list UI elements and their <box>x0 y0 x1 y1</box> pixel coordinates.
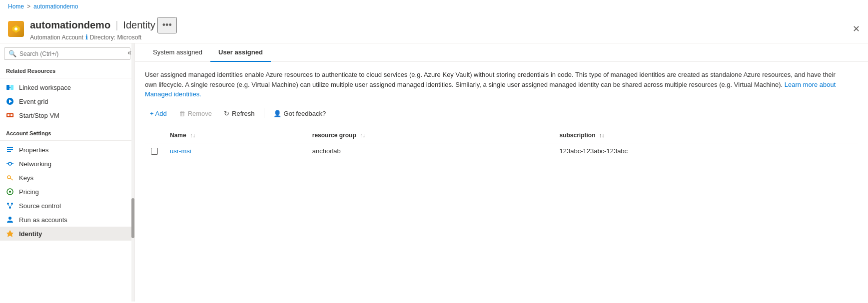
sidebar-section-account-settings: Account Settings Properties Networking K… <box>0 126 134 241</box>
feedback-icon: 👤 <box>273 110 281 117</box>
search-icon: 🔍 <box>8 50 16 57</box>
svg-point-20 <box>7 203 9 205</box>
svg-point-19 <box>9 191 11 193</box>
svg-point-16 <box>7 176 10 179</box>
svg-rect-11 <box>7 149 13 150</box>
sidebar-item-properties[interactable]: Properties <box>0 143 134 157</box>
resource-name: automationdemo <box>30 19 110 31</box>
search-input[interactable] <box>19 50 126 57</box>
sidebar-item-event-grid[interactable]: Event grid <box>0 94 134 108</box>
feedback-button[interactable]: 👤 Got feedback? <box>268 107 331 120</box>
col-name[interactable]: Name ↑↓ <box>164 128 306 143</box>
pricing-icon <box>6 188 14 196</box>
svg-point-22 <box>9 207 11 209</box>
resource-icon <box>8 21 24 37</box>
row-sub-cell: 123abc-123abc-123abc <box>553 143 858 159</box>
sidebar-item-run-as-accounts[interactable]: Run as accounts <box>0 213 134 227</box>
svg-point-1 <box>14 27 17 30</box>
start-stop-vm-icon <box>6 111 14 119</box>
resource-type: Automation Account <box>30 34 83 41</box>
info-icon: ℹ <box>85 33 88 41</box>
svg-point-21 <box>11 203 13 205</box>
sidebar-scrollbar-thumb <box>131 198 134 238</box>
header-title-group: automationdemo | Identity ••• Automation… <box>30 17 177 41</box>
pricing-label: Pricing <box>19 188 39 196</box>
sidebar-item-pricing[interactable]: Pricing <box>0 185 134 199</box>
add-button[interactable]: + Add <box>145 107 172 120</box>
svg-point-13 <box>8 162 11 165</box>
sidebar-search-container: 🔍 <box>4 47 130 60</box>
toolbar-divider <box>264 108 264 118</box>
linked-workspace-label: Linked workspace <box>19 84 71 91</box>
tab-user-assigned[interactable]: User assigned <box>210 43 271 62</box>
sidebar-item-networking[interactable]: Networking <box>0 157 134 171</box>
svg-rect-8 <box>7 114 9 116</box>
svg-rect-12 <box>7 151 11 152</box>
header-subtitle: Automation Account ℹ Directory: Microsof… <box>30 33 177 41</box>
linked-workspace-icon <box>6 83 14 91</box>
event-grid-label: Event grid <box>19 98 48 105</box>
col-checkbox <box>145 128 164 143</box>
col-subscription[interactable]: subscription ↑↓ <box>553 128 858 143</box>
sidebar-scrollbar <box>131 43 134 302</box>
row-checkbox-cell[interactable] <box>145 143 164 159</box>
row-checkbox[interactable] <box>151 148 158 155</box>
source-control-label: Source control <box>19 202 61 210</box>
remove-button[interactable]: 🗑 Remove <box>174 107 217 120</box>
sidebar-item-linked-workspace[interactable]: Linked workspace <box>0 80 134 94</box>
collapse-button[interactable]: « <box>127 48 131 56</box>
breadcrumb-separator: > <box>27 3 30 10</box>
more-options-button[interactable]: ••• <box>157 17 177 33</box>
table-row: usr-msi anchorlab 123abc-123abc-123abc <box>145 143 858 159</box>
col-resource-group[interactable]: resource group ↑↓ <box>306 128 554 143</box>
run-as-accounts-icon <box>6 216 14 224</box>
close-button[interactable]: ✕ <box>853 23 860 34</box>
svg-rect-3 <box>10 85 13 90</box>
related-resources-title: Related Resources <box>0 64 134 76</box>
page-header: automationdemo | Identity ••• Automation… <box>0 13 868 43</box>
sidebar-item-keys[interactable]: Keys <box>0 171 134 185</box>
identity-label: Identity <box>19 230 42 238</box>
svg-rect-2 <box>6 85 9 90</box>
source-control-icon <box>6 202 14 210</box>
sidebar-item-start-stop-vm[interactable]: Start/Stop VM <box>0 108 134 122</box>
toolbar: + Add 🗑 Remove ↻ Refresh 👤 Got feedback? <box>145 107 858 120</box>
svg-line-17 <box>10 178 13 180</box>
breadcrumb: Home > automationdemo <box>0 0 868 13</box>
svg-line-23 <box>8 205 10 207</box>
sidebar-item-identity[interactable]: Identity <box>0 227 134 241</box>
content-body: User assigned managed identities enable … <box>135 62 868 167</box>
properties-icon <box>6 146 14 154</box>
tab-system-assigned[interactable]: System assigned <box>145 43 210 62</box>
svg-marker-26 <box>6 230 13 237</box>
networking-icon <box>6 160 14 168</box>
event-grid-icon <box>6 97 14 105</box>
page-title: Identity <box>123 19 155 31</box>
row-name-cell: usr-msi <box>164 143 306 159</box>
start-stop-vm-label: Start/Stop VM <box>19 112 59 119</box>
refresh-icon: ↻ <box>224 110 229 117</box>
breadcrumb-current[interactable]: automationdemo <box>33 3 78 10</box>
sidebar-section-related-resources: Related Resources Linked workspace Event… <box>0 64 134 122</box>
identity-link[interactable]: usr-msi <box>170 147 191 155</box>
rg-sort-icon: ↑↓ <box>360 132 365 138</box>
svg-rect-10 <box>7 147 13 148</box>
networking-label: Networking <box>19 160 51 168</box>
table-header-row: Name ↑↓ resource group ↑↓ subscription ↑… <box>145 128 858 143</box>
name-sort-icon: ↑↓ <box>190 132 195 138</box>
breadcrumb-home[interactable]: Home <box>8 3 24 10</box>
directory-label: Directory: Microsoft <box>90 34 141 41</box>
run-as-accounts-label: Run as accounts <box>19 216 67 224</box>
tab-bar: System assigned User assigned <box>135 43 868 62</box>
identities-table: Name ↑↓ resource group ↑↓ subscription ↑… <box>145 128 858 160</box>
main-content: System assigned User assigned User assig… <box>135 43 868 302</box>
svg-point-25 <box>8 217 11 220</box>
sub-sort-icon: ↑↓ <box>599 132 605 138</box>
sidebar-item-source-control[interactable]: Source control <box>0 199 134 213</box>
refresh-button[interactable]: ↻ Refresh <box>219 107 260 120</box>
account-settings-title: Account Settings <box>0 126 134 138</box>
svg-rect-9 <box>10 114 12 116</box>
properties-label: Properties <box>19 146 48 154</box>
identity-icon <box>6 230 14 238</box>
main-layout: 🔍 « Related Resources Linked workspace E… <box>0 43 868 302</box>
